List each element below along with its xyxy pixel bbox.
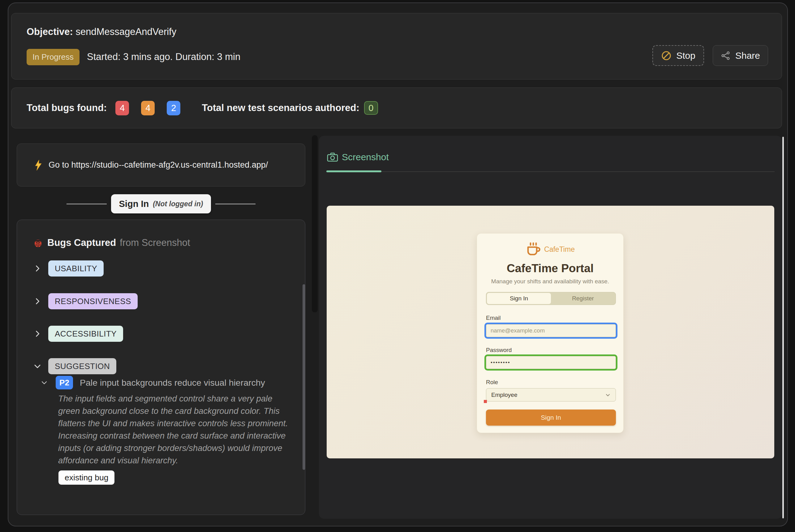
category-row-responsiveness[interactable]: RESPONSIVENESS: [17, 293, 305, 309]
email-field[interactable]: [486, 324, 616, 337]
category-row-suggestion[interactable]: SUGGESTION: [17, 358, 305, 374]
category-chip-usability: USABILITY: [48, 261, 103, 277]
tab-register[interactable]: Register: [551, 293, 615, 304]
status-badge: In Progress: [26, 49, 79, 65]
stop-button-label: Stop: [676, 51, 695, 61]
bugs-card-scrollbar[interactable]: [303, 284, 305, 470]
bugs-captured-header: Bugs Captured from Screenshot: [33, 237, 190, 248]
panel-scrollbar[interactable]: [782, 137, 784, 518]
share-button[interactable]: Share: [713, 45, 768, 66]
status-row: In Progress Started: 3 mins ago. Duratio…: [26, 49, 240, 65]
cafetime-login-card: CafeTime CafeTime Portal Manage your shi…: [477, 233, 624, 433]
auth-segmented-control: Sign In Register: [486, 292, 616, 305]
scenarios-count-badge: 0: [364, 101, 378, 115]
chevron-down-icon: [33, 362, 42, 370]
coffee-cup-icon: [526, 242, 541, 257]
tab-screenshot[interactable]: Screenshot: [327, 152, 389, 163]
category-row-usability[interactable]: USABILITY: [17, 261, 305, 277]
portal-subtitle: Manage your shifts and availability with…: [477, 278, 623, 285]
role-select[interactable]: Employee: [486, 388, 616, 401]
active-tab-underline: [326, 170, 381, 172]
tab-sign-in[interactable]: Sign In: [487, 293, 551, 304]
existing-bug-tag[interactable]: existing bug: [58, 471, 114, 485]
sign-in-submit-button[interactable]: Sign In: [486, 410, 616, 425]
camera-icon: [327, 152, 338, 162]
bugs-captured-subtitle: from Screenshot: [120, 237, 190, 248]
run-timing-text: Started: 3 mins ago. Duration: 3 min: [87, 51, 240, 62]
stop-icon: [661, 51, 671, 61]
priority-badge: P2: [56, 376, 73, 390]
screenshot-image[interactable]: CafeTime CafeTime Portal Manage your shi…: [327, 206, 774, 458]
objective-label: Objective:: [26, 26, 73, 37]
goto-step-text: Go to https://studio--cafetime-afg2v.us-…: [49, 160, 268, 170]
password-label: Password: [486, 347, 512, 354]
divider-line-right: [215, 204, 255, 205]
bug-count-high-badge: 4: [115, 101, 129, 115]
ladybug-icon: [33, 238, 43, 248]
bugs-captured-title: Bugs Captured: [47, 237, 116, 248]
cafetime-logo: CafeTime: [477, 242, 623, 257]
divider-line-left: [67, 204, 107, 205]
objective-value: sendMessageAndVerify: [76, 26, 177, 37]
tab-screenshot-label: Screenshot: [342, 152, 389, 163]
password-field[interactable]: ••••••••: [486, 356, 616, 369]
timeline-scrollbar[interactable]: [312, 135, 318, 312]
scenarios-authored-label: Total new test scenarios authored:: [202, 102, 359, 114]
bug-item-row[interactable]: P2 Pale input backgrounds reduce visual …: [40, 376, 265, 390]
signin-status-pill: Sign In (Not logged in): [111, 194, 211, 213]
chevron-right-icon: [33, 264, 42, 273]
role-select-value: Employee: [491, 392, 517, 398]
run-header-card: Objective: sendMessageAndVerify In Progr…: [11, 13, 782, 79]
bugs-found-label: Total bugs found:: [26, 102, 107, 114]
bug-count-medium-badge: 4: [141, 101, 155, 115]
validation-marker: [484, 400, 487, 403]
portal-title: CafeTime Portal: [477, 262, 623, 275]
bug-title: Pale input backgrounds reduce visual hie…: [80, 378, 265, 388]
stop-button[interactable]: Stop: [652, 45, 704, 66]
signin-pill-title: Sign In: [119, 199, 149, 209]
objective-line: Objective: sendMessageAndVerify: [26, 26, 176, 37]
screenshot-panel: Screenshot CafeTime CafeTime Portal Mana…: [319, 136, 782, 519]
bug-description: The input fields and segmented control s…: [58, 393, 289, 467]
goto-step-card[interactable]: Go to https://studio--cafetime-afg2v.us-…: [17, 144, 305, 187]
signin-divider: Sign In (Not logged in): [17, 194, 305, 214]
brand-name: CafeTime: [544, 245, 575, 254]
lightning-icon: [34, 159, 42, 171]
chevron-down-icon: [605, 392, 611, 398]
category-chip-suggestion: SUGGESTION: [48, 358, 116, 374]
tab-divider-line: [326, 171, 775, 172]
chevron-right-icon: [33, 297, 42, 306]
category-chip-responsiveness: RESPONSIVENESS: [48, 293, 138, 309]
share-button-label: Share: [735, 51, 760, 61]
category-chip-accessibility: ACCESSIBILITY: [48, 326, 123, 342]
bug-count-low-badge: 2: [167, 101, 181, 115]
email-label: Email: [486, 315, 501, 321]
stats-bar: Total bugs found: 4 4 2 Total new test s…: [11, 88, 782, 128]
category-row-accessibility[interactable]: ACCESSIBILITY: [17, 326, 305, 342]
signin-pill-subtitle: (Not logged in): [153, 200, 203, 208]
role-label: Role: [486, 379, 498, 386]
bugs-captured-card: Bugs Captured from Screenshot USABILITY …: [17, 220, 305, 515]
share-icon: [721, 51, 731, 61]
chevron-down-icon: [40, 379, 48, 386]
chevron-right-icon: [33, 329, 42, 338]
